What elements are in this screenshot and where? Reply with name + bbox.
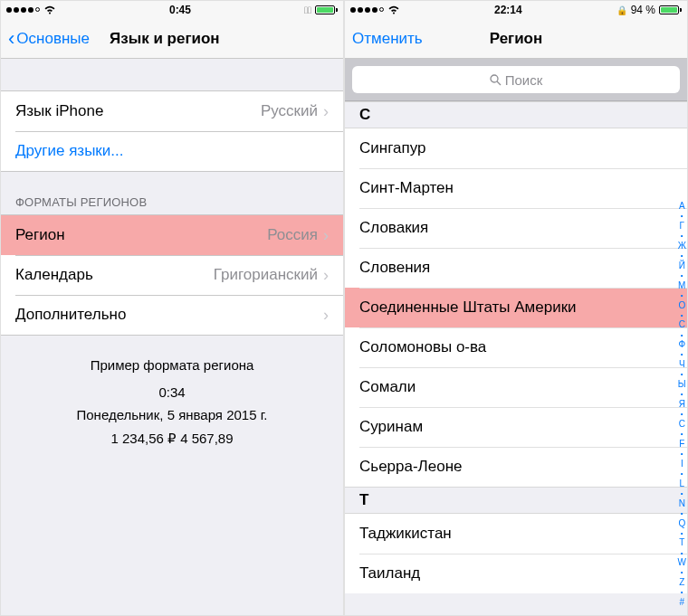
row-label: Язык iPhone <box>15 102 103 120</box>
index-letter[interactable]: • <box>681 430 683 438</box>
search-icon <box>490 74 502 86</box>
left-screen: 0:45 ⋮⃰ ‹ Основные Язык и регион Язык iP… <box>0 0 344 616</box>
index-letter[interactable]: • <box>681 568 683 576</box>
signal-icon <box>350 7 384 13</box>
country-row[interactable]: Сьерра-Леоне <box>345 447 687 487</box>
row-label: Другие языки... <box>15 142 123 160</box>
row-iphone-language[interactable]: Язык iPhone Русский› <box>1 91 343 131</box>
row-other-languages[interactable]: Другие языки... <box>1 131 343 171</box>
status-bar: 22:14 🔒 94 % <box>345 1 687 19</box>
row-region[interactable]: Регион Россия› <box>1 215 343 255</box>
country-row[interactable]: Суринам <box>345 407 687 447</box>
back-button[interactable]: ‹ Основные <box>8 29 90 49</box>
cancel-label: Отменить <box>352 30 423 48</box>
index-letter[interactable]: С <box>679 319 685 330</box>
chevron-left-icon: ‹ <box>8 29 14 49</box>
index-letter[interactable]: • <box>681 549 683 557</box>
back-label: Основные <box>16 30 90 48</box>
index-letter[interactable]: • <box>681 450 683 458</box>
index-letter[interactable]: • <box>681 350 683 358</box>
index-letter[interactable]: T <box>679 537 684 548</box>
index-letter[interactable]: • <box>681 311 683 319</box>
row-value: Григорианский <box>214 266 318 284</box>
country-row[interactable]: Таиланд <box>345 554 687 593</box>
index-letter[interactable]: • <box>681 271 683 280</box>
index-letter[interactable]: F <box>679 439 684 450</box>
wifi-icon <box>387 5 400 14</box>
country-row[interactable]: Таджикистан <box>345 514 687 554</box>
rotation-lock-icon: 🔒 <box>616 5 627 15</box>
preview-date: Понедельник, 5 января 2015 г. <box>15 403 329 427</box>
svg-line-1 <box>497 81 501 85</box>
index-letter[interactable]: Й <box>679 261 685 271</box>
nav-bar: Отменить Регион <box>345 19 687 59</box>
signal-icon <box>6 7 40 13</box>
index-letter[interactable]: I <box>681 459 683 469</box>
nav-bar: ‹ Основные Язык и регион <box>1 19 343 59</box>
index-letter[interactable]: Ж <box>678 241 686 251</box>
row-advanced[interactable]: Дополнительно › <box>1 295 343 335</box>
index-letter[interactable]: # <box>679 597 684 608</box>
index-letter[interactable]: • <box>681 529 683 537</box>
index-letter[interactable]: • <box>681 370 683 378</box>
country-row[interactable]: Соединенные Штаты Америки <box>345 288 687 327</box>
index-letter[interactable]: • <box>681 469 683 478</box>
search-bar: Поиск <box>345 59 687 101</box>
right-screen: 22:14 🔒 94 % Отменить Регион Поиск ССинг… <box>344 0 688 616</box>
bluetooth-icon: ⋮⃰ <box>304 5 311 15</box>
index-letter[interactable]: Z <box>679 577 684 588</box>
row-label: Календарь <box>15 266 93 284</box>
index-letter[interactable]: • <box>681 331 683 339</box>
index-letter[interactable]: Я <box>679 399 685 410</box>
index-letter[interactable]: • <box>681 410 683 418</box>
region-format-preview: Пример формата региона 0:34 Понедельник,… <box>1 336 343 468</box>
country-row[interactable]: Синт-Мартен <box>345 168 687 208</box>
index-letter[interactable]: • <box>681 588 683 596</box>
country-row[interactable]: Словения <box>345 248 687 288</box>
wifi-icon <box>43 5 56 14</box>
section-header-region-formats: ФОРМАТЫ РЕГИОНОВ <box>1 190 343 214</box>
index-letter[interactable]: А <box>679 201 685 212</box>
section-header: Т <box>345 487 687 514</box>
status-bar: 0:45 ⋮⃰ <box>1 1 343 19</box>
index-letter[interactable]: • <box>681 251 683 260</box>
country-row[interactable]: Соломоновы о-ва <box>345 327 687 367</box>
index-letter[interactable]: N <box>679 498 685 509</box>
index-letter[interactable]: М <box>678 280 685 291</box>
index-letter[interactable]: Ы <box>678 379 686 390</box>
country-list[interactable]: ССингапурСинт-МартенСловакияСловенияСоед… <box>345 101 687 593</box>
cancel-button[interactable]: Отменить <box>352 30 423 48</box>
alpha-index[interactable]: А•Г•Ж•Й•М•О•С•Ф•Ч•Ы•Я•C•F•I•L•N•Q•T•W•Z•… <box>678 201 686 608</box>
index-letter[interactable]: • <box>681 489 683 498</box>
index-letter[interactable]: • <box>681 232 683 240</box>
index-letter[interactable]: • <box>681 212 683 220</box>
index-letter[interactable]: • <box>681 509 683 517</box>
country-row[interactable]: Словакия <box>345 208 687 248</box>
index-letter[interactable]: Q <box>678 518 685 529</box>
preview-numbers: 1 234,56 ₽ 4 567,89 <box>15 427 329 450</box>
chevron-right-icon: › <box>323 102 329 121</box>
index-letter[interactable]: W <box>678 557 686 568</box>
index-letter[interactable]: О <box>678 300 685 311</box>
index-letter[interactable]: C <box>679 419 685 430</box>
status-time: 0:45 <box>169 4 191 16</box>
search-placeholder: Поиск <box>505 72 543 88</box>
index-letter[interactable]: • <box>681 291 683 299</box>
battery-percent: 94 % <box>631 4 655 16</box>
country-row[interactable]: Сингапур <box>345 128 687 168</box>
row-value: Русский <box>261 102 318 120</box>
row-calendar[interactable]: Календарь Григорианский› <box>1 255 343 295</box>
preview-title: Пример формата региона <box>15 354 329 377</box>
svg-point-0 <box>491 75 498 82</box>
index-letter[interactable]: L <box>679 479 684 489</box>
chevron-right-icon: › <box>323 306 329 325</box>
index-letter[interactable]: • <box>681 390 683 398</box>
country-row[interactable]: Сомали <box>345 367 687 407</box>
chevron-right-icon: › <box>323 226 329 245</box>
row-label: Дополнительно <box>15 306 126 324</box>
index-letter[interactable]: Ф <box>678 339 685 350</box>
index-letter[interactable]: Ч <box>679 359 685 370</box>
search-input[interactable]: Поиск <box>352 66 680 93</box>
index-letter[interactable]: Г <box>680 221 684 232</box>
status-time: 22:14 <box>494 4 522 16</box>
